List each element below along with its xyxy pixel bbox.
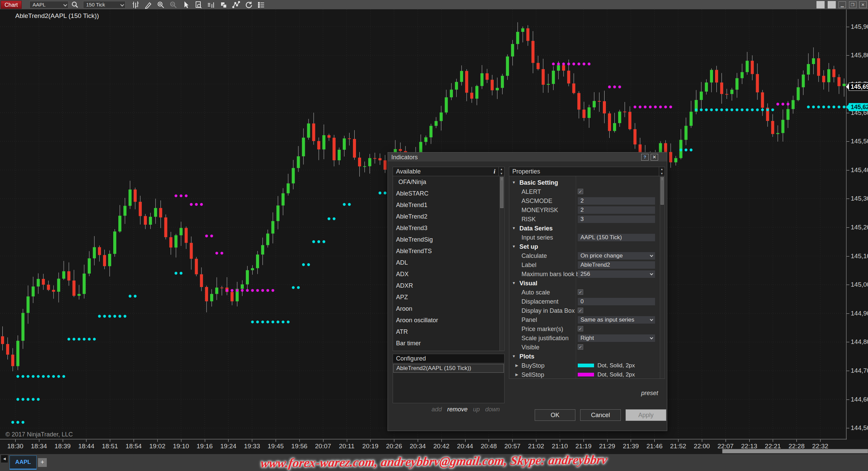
chevron-down-icon	[650, 318, 653, 321]
available-item[interactable]: Bar timer	[393, 337, 504, 349]
properties-list-icon[interactable]	[256, 1, 266, 9]
text-input[interactable]: 0	[578, 298, 655, 305]
collapse-triangle-icon[interactable]: ▼	[512, 226, 516, 230]
time-tick	[749, 439, 750, 442]
plot-color-swatch[interactable]	[578, 373, 594, 376]
dropdown-select[interactable]: Same as input series	[578, 316, 655, 324]
close-button[interactable]: ✕	[859, 1, 867, 8]
available-item[interactable]: Aroon	[393, 303, 504, 314]
dialog-titlebar[interactable]: Indicators	[388, 152, 667, 162]
info-icon[interactable]: i	[494, 167, 495, 176]
expand-triangle-icon[interactable]: ▶	[515, 363, 518, 368]
ok-button[interactable]: OK	[535, 409, 575, 421]
available-item[interactable]: AbleTrend2	[393, 211, 504, 222]
plot-color-swatch[interactable]	[578, 364, 594, 367]
time-label: 21:46	[646, 443, 663, 450]
collapse-triangle-icon[interactable]: ▼	[512, 281, 516, 285]
polyline-icon[interactable]	[231, 1, 241, 9]
configured-item[interactable]: AbleTrend2(AAPL (150 Tick))	[393, 364, 504, 373]
time-tick	[489, 439, 489, 442]
time-tick	[110, 439, 110, 442]
collapse-triangle-icon[interactable]: ▼	[512, 180, 516, 184]
tab-aapl[interactable]: AAPL	[9, 455, 37, 470]
market-analyzer-icon[interactable]	[206, 1, 216, 9]
apply-button[interactable]: Apply	[626, 409, 666, 421]
checkbox-checked[interactable]: ✓	[578, 326, 583, 331]
up-action[interactable]: up	[473, 406, 480, 413]
instrument-select[interactable]: AAPL	[29, 1, 68, 8]
toolbar-spacer-button[interactable]	[816, 1, 825, 8]
configured-indicator-list[interactable]: AbleTrend2(AAPL (150 Tick))	[393, 363, 505, 403]
dialog-close-icon[interactable]: ✕	[651, 154, 658, 161]
expand-triangle-icon[interactable]: ▶	[515, 372, 518, 377]
toolbar-spacer-button[interactable]	[828, 1, 836, 8]
available-item[interactable]: AbleTrendSig	[393, 234, 504, 245]
available-item[interactable]: ATR	[393, 326, 504, 337]
collapse-triangle-icon[interactable]: ▼	[512, 354, 516, 358]
properties-scrollbar[interactable]	[660, 177, 664, 378]
property-group-set-up[interactable]: ▼Set up	[509, 242, 660, 251]
available-item[interactable]: AbleTrend3	[393, 222, 504, 234]
property-row-auto-scale: Auto scale✓	[509, 288, 660, 297]
dropdown-select[interactable]: Right	[578, 334, 655, 342]
checkbox-checked[interactable]: ✓	[578, 308, 583, 313]
properties-scroll-arrows[interactable]: ▲▼	[659, 167, 665, 176]
available-indicator-list[interactable]: OFA/NinjaAbleSTARCAbleTrend1AbleTrend2Ab…	[393, 176, 505, 351]
text-input[interactable]: AbleTrend2	[578, 261, 655, 269]
available-item[interactable]: AbleSTARC	[393, 188, 504, 199]
scrollbar-thumb[interactable]	[500, 177, 504, 208]
dialog-help-button[interactable]: ?	[641, 154, 649, 161]
chart-preview-icon[interactable]	[193, 1, 203, 9]
checkbox-checked[interactable]: ✓	[578, 189, 583, 194]
available-item[interactable]: ADXR	[393, 280, 504, 291]
property-group-visual[interactable]: ▼Visual	[509, 279, 660, 288]
price-axis[interactable]: 145,90145,80145,70145,60145,50145,40145,…	[847, 9, 868, 439]
restore-button[interactable]: ❒	[849, 1, 856, 8]
reload-icon[interactable]	[243, 1, 254, 9]
property-group-basic-setting[interactable]: ▼Basic Setting	[509, 178, 660, 187]
available-item[interactable]: ADX	[393, 268, 504, 280]
text-input[interactable]: 2	[578, 197, 655, 205]
available-item[interactable]: OFA/Ninja	[393, 176, 504, 188]
down-action[interactable]: down	[485, 406, 500, 413]
add-tab-button[interactable]: +	[38, 458, 47, 467]
text-input[interactable]: AAPL (150 Tick)	[578, 234, 655, 241]
property-row-displacement: Displacement0	[509, 297, 660, 306]
zoom-out-icon[interactable]	[168, 1, 178, 9]
available-item[interactable]: Aroon oscillator	[393, 314, 504, 326]
time-label: 18:44	[78, 443, 95, 450]
interval-select[interactable]: 150 Tick	[83, 1, 125, 8]
minimize-button[interactable]: ▁	[839, 1, 846, 8]
panels-icon[interactable]	[218, 1, 229, 9]
property-group-data-series[interactable]: ▼Data Series	[509, 224, 660, 233]
available-scrollbar[interactable]	[499, 177, 504, 351]
property-row-maximum-bars-look-back: Maximum bars look back256	[509, 270, 660, 279]
checkbox-checked[interactable]: ✓	[578, 344, 583, 350]
dropdown-select[interactable]: On price change	[578, 252, 655, 260]
scrollbar-thumb[interactable]	[660, 177, 664, 205]
text-input[interactable]: 2	[578, 206, 655, 214]
add-action[interactable]: add	[432, 406, 442, 413]
preset-link[interactable]: preset	[641, 390, 658, 397]
pointer-icon[interactable]	[181, 1, 191, 9]
available-item[interactable]: AbleTrend1	[393, 199, 504, 211]
chart-style-icon[interactable]	[131, 1, 141, 9]
available-item[interactable]: AbleTrendTS	[393, 245, 504, 257]
available-scroll-arrows[interactable]: ▲▼	[498, 167, 504, 176]
available-item[interactable]: ADL	[393, 257, 504, 268]
cancel-button[interactable]: Cancel	[580, 409, 621, 421]
available-item[interactable]: APZ	[393, 291, 504, 303]
instrument-search-icon[interactable]	[70, 1, 80, 9]
time-label: 20:48	[481, 443, 497, 450]
tab-scroll-icon[interactable]: ◀	[1, 455, 8, 463]
property-group-plots[interactable]: ▼Plots	[509, 352, 660, 361]
draw-icon[interactable]	[143, 1, 153, 9]
collapse-triangle-icon[interactable]: ▼	[512, 244, 516, 248]
checkbox-checked[interactable]: ✓	[578, 289, 583, 295]
text-input[interactable]: 3	[578, 216, 655, 223]
dropdown-select[interactable]: 256	[578, 270, 655, 278]
zoom-in-icon[interactable]	[156, 1, 166, 9]
chart-menu-button[interactable]: Chart	[1, 1, 22, 9]
horizontal-scrollbar[interactable]	[722, 449, 868, 453]
remove-action[interactable]: remove	[447, 406, 468, 413]
